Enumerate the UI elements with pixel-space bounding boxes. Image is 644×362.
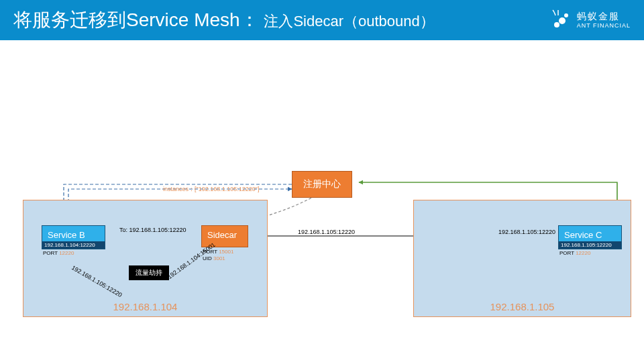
to-label: To: 192.168.1.105:12220: [119, 227, 186, 233]
header-bar: 将服务迁移到Service Mesh： 注入Sidecar（outbound） …: [0, 0, 644, 40]
service-b-addr: 192.168.1.104:12220: [42, 241, 105, 249]
svg-point-2: [564, 13, 568, 17]
diagram-canvas: 192.168.1.104 192.168.1.105 注册中心 Service…: [0, 40, 644, 362]
brand-en: ANT FINANCIAL: [577, 22, 631, 29]
service-b-node: Service B 192.168.1.104:12220: [42, 225, 105, 249]
ant-logo-icon: [549, 9, 572, 32]
host-right: 192.168.1.105: [413, 200, 631, 317]
service-b-port: PORT 12220: [43, 250, 74, 256]
sidecar-title: Sidecar: [202, 226, 248, 241]
service-b-title: Service B: [42, 226, 105, 241]
svg-point-1: [559, 17, 566, 24]
brand-text: 蚂蚁金服 ANT FINANCIAL: [577, 11, 631, 29]
registry-label: 注册中心: [303, 178, 341, 189]
service-c-node: Service C 192.168.1.105:12220: [558, 225, 622, 249]
sidecar-uid: UID 3001: [203, 255, 225, 261]
page-title: 将服务迁移到Service Mesh： 注入Sidecar（outbound）: [13, 7, 435, 33]
host-left-ip: 192.168.1.104: [23, 301, 267, 312]
title-main: 将服务迁移到Service Mesh：: [13, 9, 259, 30]
right-arrow-label: 192.168.1.105:12220: [498, 229, 555, 235]
host-left: 192.168.1.104: [23, 200, 268, 317]
host-right-ip: 192.168.1.105: [414, 301, 631, 312]
svg-point-0: [554, 22, 559, 27]
registry-node: 注册中心: [292, 171, 352, 198]
service-c-title: Service C: [559, 226, 621, 241]
brand: 蚂蚁金服 ANT FINANCIAL: [549, 9, 631, 32]
title-sub: 注入Sidecar（outbound）: [264, 13, 434, 29]
traffic-intercept-node: 流量劫持: [129, 265, 169, 280]
mid-arrow-label: 192.168.1.105:12220: [298, 229, 355, 235]
service-c-port: PORT 12220: [559, 250, 590, 256]
brand-cn: 蚂蚁金服: [577, 11, 631, 22]
service-c-addr: 192.168.1.105:12220: [559, 241, 621, 249]
instances-label: instances：["192.168.1.105:12220"]: [163, 185, 260, 194]
